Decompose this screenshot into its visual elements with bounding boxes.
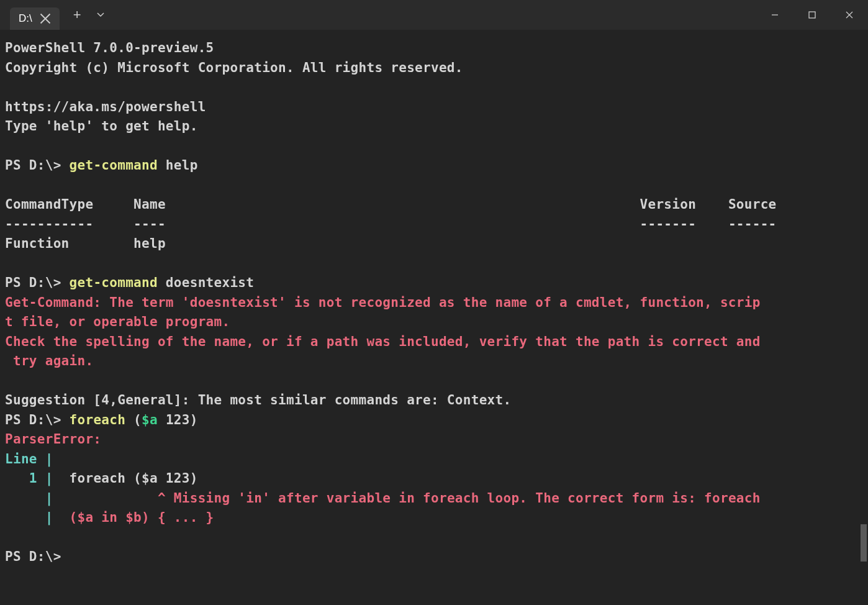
cmd3-rest: 123): [158, 412, 198, 427]
error-line: Get-Command: The term 'doesntexist' is n…: [5, 295, 761, 310]
suggestion: Suggestion [4,General]: The most similar…: [5, 393, 511, 407]
window-controls: [756, 0, 868, 30]
ps-url: https://aka.ms/powershell: [5, 99, 206, 114]
cmd2-name: get-command: [70, 275, 158, 290]
ps-version: PowerShell 7.0.0-preview.5: [5, 40, 214, 55]
line-num: 1 |: [5, 471, 61, 486]
cmd1-arg: help: [158, 158, 198, 173]
th-commandtype: CommandType Name Version Source: [5, 197, 777, 212]
prompt: PS D:\>: [5, 275, 70, 290]
cmd3-foreach: foreach: [70, 412, 126, 427]
tab-dropdown-button[interactable]: [90, 10, 111, 20]
line-pipe: |: [5, 510, 61, 525]
cmd1-name: get-command: [70, 158, 158, 173]
tab-title: D:\: [19, 12, 32, 25]
error-line: try again.: [5, 353, 93, 368]
close-window-button[interactable]: [831, 0, 868, 30]
table-row: Function help: [5, 236, 166, 251]
scrollbar-thumb[interactable]: [861, 524, 867, 562]
copyright: Copyright (c) Microsoft Corporation. All…: [5, 60, 463, 75]
line-header: Line |: [5, 452, 53, 466]
maximize-button[interactable]: [793, 0, 831, 30]
cmd3-paren: (: [125, 412, 142, 427]
prompt: PS D:\>: [5, 158, 70, 173]
close-tab-icon[interactable]: [40, 13, 51, 24]
svg-rect-0: [809, 12, 815, 18]
cmd2-arg: doesntexist: [158, 275, 254, 290]
final-prompt: PS D:\>: [5, 549, 61, 564]
parse-caret: ^ Missing 'in' after variable in foreach…: [61, 491, 761, 506]
terminal-window: D:\ + PowerShell 7.0.0-preview.5 Copyrig…: [0, 0, 868, 605]
th-divider: ----------- ---- ------- ------: [5, 217, 777, 232]
error-line: t file, or operable program.: [5, 314, 230, 329]
prompt: PS D:\>: [5, 412, 70, 427]
titlebar: D:\ +: [0, 0, 868, 30]
parse-code: foreach ($a 123): [61, 471, 198, 486]
parser-error: ParserError:: [5, 432, 109, 447]
tab-active[interactable]: D:\: [10, 7, 60, 30]
cmd3-var: $a: [142, 412, 158, 427]
error-line: Check the spelling of the name, or if a …: [5, 334, 761, 349]
parse-cont: ($a in $b) { ... }: [61, 510, 214, 525]
new-tab-button[interactable]: +: [65, 7, 90, 23]
minimize-button[interactable]: [756, 0, 793, 30]
tabs-area: D:\ +: [0, 0, 111, 30]
line-pipe: |: [5, 491, 61, 506]
terminal-content[interactable]: PowerShell 7.0.0-preview.5 Copyright (c)…: [0, 30, 868, 605]
help-hint: Type 'help' to get help.: [5, 119, 198, 134]
